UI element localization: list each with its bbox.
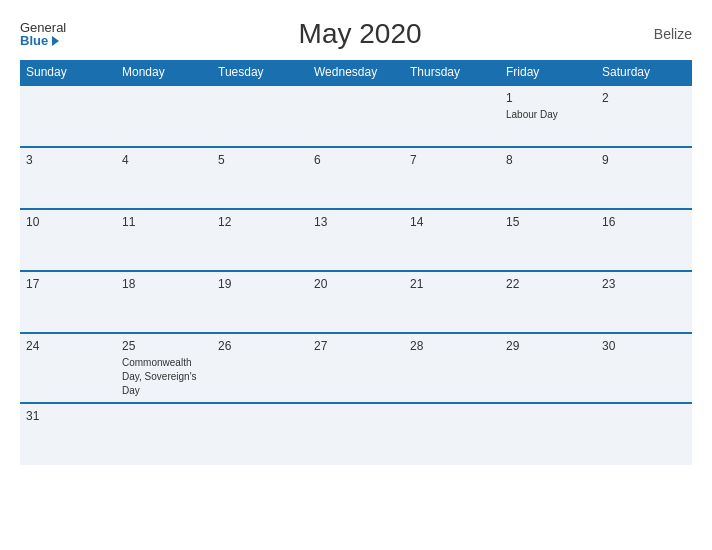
calendar-cell: 30 <box>596 333 692 403</box>
day-number: 30 <box>602 339 686 353</box>
calendar-table: Sunday Monday Tuesday Wednesday Thursday… <box>20 60 692 465</box>
calendar-row: 17181920212223 <box>20 271 692 333</box>
calendar-cell <box>404 85 500 147</box>
day-number: 13 <box>314 215 398 229</box>
calendar-cell: 17 <box>20 271 116 333</box>
day-number: 23 <box>602 277 686 291</box>
calendar-cell: 5 <box>212 147 308 209</box>
day-number: 28 <box>410 339 494 353</box>
calendar-cell: 23 <box>596 271 692 333</box>
day-number: 6 <box>314 153 398 167</box>
calendar-cell <box>116 85 212 147</box>
col-sunday: Sunday <box>20 60 116 85</box>
day-number: 18 <box>122 277 206 291</box>
day-number: 16 <box>602 215 686 229</box>
calendar-cell: 12 <box>212 209 308 271</box>
day-number: 4 <box>122 153 206 167</box>
calendar-cell: 16 <box>596 209 692 271</box>
col-tuesday: Tuesday <box>212 60 308 85</box>
day-number: 26 <box>218 339 302 353</box>
day-number: 8 <box>506 153 590 167</box>
day-number: 11 <box>122 215 206 229</box>
day-number: 15 <box>506 215 590 229</box>
calendar-cell: 19 <box>212 271 308 333</box>
calendar-cell: 2 <box>596 85 692 147</box>
calendar-cell: 27 <box>308 333 404 403</box>
calendar-cell: 14 <box>404 209 500 271</box>
calendar-cell: 20 <box>308 271 404 333</box>
calendar-cell: 8 <box>500 147 596 209</box>
calendar-cell <box>308 85 404 147</box>
calendar-cell: 9 <box>596 147 692 209</box>
calendar-cell <box>308 403 404 465</box>
day-number: 3 <box>26 153 110 167</box>
calendar-cell: 25Commonwealth Day, Sovereign's Day <box>116 333 212 403</box>
calendar-title: May 2020 <box>299 18 422 50</box>
logo: General Blue <box>20 21 66 47</box>
calendar-header-row: Sunday Monday Tuesday Wednesday Thursday… <box>20 60 692 85</box>
calendar-cell <box>212 403 308 465</box>
calendar-cell: 26 <box>212 333 308 403</box>
calendar-row: 10111213141516 <box>20 209 692 271</box>
calendar-cell <box>404 403 500 465</box>
col-saturday: Saturday <box>596 60 692 85</box>
event-label: Labour Day <box>506 109 558 120</box>
day-number: 9 <box>602 153 686 167</box>
calendar-cell: 3 <box>20 147 116 209</box>
calendar-cell: 15 <box>500 209 596 271</box>
calendar-cell <box>500 403 596 465</box>
header: General Blue May 2020 Belize <box>20 18 692 50</box>
calendar-cell: 21 <box>404 271 500 333</box>
calendar-row: 2425Commonwealth Day, Sovereign's Day262… <box>20 333 692 403</box>
calendar-cell: 28 <box>404 333 500 403</box>
calendar-cell: 24 <box>20 333 116 403</box>
col-thursday: Thursday <box>404 60 500 85</box>
calendar-cell <box>20 85 116 147</box>
day-number: 31 <box>26 409 110 423</box>
day-number: 10 <box>26 215 110 229</box>
day-number: 25 <box>122 339 206 353</box>
day-number: 20 <box>314 277 398 291</box>
calendar-cell: 6 <box>308 147 404 209</box>
day-number: 24 <box>26 339 110 353</box>
day-number: 19 <box>218 277 302 291</box>
calendar-cell: 10 <box>20 209 116 271</box>
day-number: 12 <box>218 215 302 229</box>
event-label: Commonwealth Day, Sovereign's Day <box>122 357 197 396</box>
calendar-cell: 1Labour Day <box>500 85 596 147</box>
calendar-cell: 13 <box>308 209 404 271</box>
calendar-page: General Blue May 2020 Belize Sunday Mond… <box>0 0 712 550</box>
calendar-cell: 7 <box>404 147 500 209</box>
col-friday: Friday <box>500 60 596 85</box>
col-wednesday: Wednesday <box>308 60 404 85</box>
day-number: 2 <box>602 91 686 105</box>
col-monday: Monday <box>116 60 212 85</box>
calendar-cell: 4 <box>116 147 212 209</box>
day-number: 22 <box>506 277 590 291</box>
day-number: 5 <box>218 153 302 167</box>
calendar-cell: 31 <box>20 403 116 465</box>
calendar-cell <box>116 403 212 465</box>
calendar-cell: 22 <box>500 271 596 333</box>
country-label: Belize <box>654 26 692 42</box>
calendar-cell: 18 <box>116 271 212 333</box>
day-number: 27 <box>314 339 398 353</box>
calendar-cell <box>212 85 308 147</box>
day-number: 1 <box>506 91 590 105</box>
calendar-row: 1Labour Day2 <box>20 85 692 147</box>
calendar-row: 3456789 <box>20 147 692 209</box>
calendar-cell: 29 <box>500 333 596 403</box>
day-number: 29 <box>506 339 590 353</box>
day-number: 21 <box>410 277 494 291</box>
calendar-cell: 11 <box>116 209 212 271</box>
logo-blue-text: Blue <box>20 34 66 47</box>
day-number: 14 <box>410 215 494 229</box>
calendar-row: 31 <box>20 403 692 465</box>
calendar-cell <box>596 403 692 465</box>
day-number: 7 <box>410 153 494 167</box>
day-number: 17 <box>26 277 110 291</box>
logo-triangle-icon <box>52 36 59 46</box>
